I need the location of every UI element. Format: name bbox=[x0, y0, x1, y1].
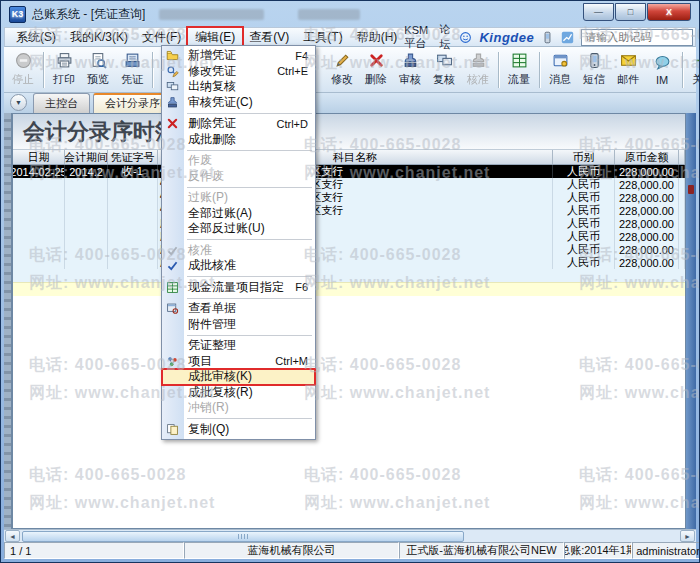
toolbar-label-voucher: 凭证 bbox=[121, 72, 143, 87]
edit-dropdown-menu: 新增凭证F4修改凭证Ctrl+E出纳复核审核凭证(C)删除凭证Ctrl+D成批删… bbox=[161, 45, 316, 440]
menu-item-voucher-arrange[interactable]: 凭证整理 bbox=[162, 338, 315, 354]
table-row[interactable]: 银行存款·人民币存款·中行高新区支行人民币228,000.00 bbox=[13, 178, 685, 191]
column-header-voucher[interactable]: 凭证字号 bbox=[108, 150, 158, 164]
toolbar-button-audit[interactable]: 审核 bbox=[393, 49, 427, 91]
menu-item-approve: 核准 bbox=[162, 243, 315, 259]
close-window-button[interactable]: X bbox=[647, 3, 691, 21]
menu-item-cashier-review[interactable]: 出纳复核 bbox=[162, 79, 315, 95]
toolbar-button-modify[interactable]: 修改 bbox=[325, 49, 359, 91]
table-row[interactable]: 银行存款·人民币存款·中行高新区支行人民币228,000.00 bbox=[13, 191, 685, 204]
menu-item-batch-audit[interactable]: 成批审核(K) bbox=[162, 369, 315, 385]
menubar-items: 系统(S)我的K/3(K)文件(F)编辑(E)查看(V)工具(T)帮助(H) bbox=[9, 28, 404, 47]
ksm-platform-link[interactable]: KSM平台 bbox=[404, 24, 432, 51]
tab-console[interactable]: 主控台 bbox=[33, 93, 90, 113]
menubar-item-tools[interactable]: 工具(T) bbox=[296, 28, 349, 47]
menu-item-batch-review[interactable]: 成批复核(R) bbox=[162, 385, 315, 401]
new-voucher-icon bbox=[162, 48, 183, 63]
table-rows: 2014-02-252014.2收-1银行存款·人民币存款·中行高新区支行人民币… bbox=[13, 165, 685, 269]
menubar-item-system[interactable]: 系统(S) bbox=[9, 28, 63, 47]
menu-item-attachment[interactable]: 附件管理 bbox=[162, 317, 315, 333]
menu-separator bbox=[187, 335, 312, 336]
toolbar-button-voucher[interactable]: 凭证 bbox=[115, 49, 149, 91]
toolbar-button-approve: 核准 bbox=[461, 49, 495, 91]
menubar-item-my-k3[interactable]: 我的K/3(K) bbox=[63, 28, 135, 47]
window-title: 总账系统 - [凭证查询] bbox=[32, 6, 145, 23]
menu-item-unpost-all[interactable]: 全部反过账(U) bbox=[162, 221, 315, 237]
menu-item-label: 成批审核(K) bbox=[183, 368, 315, 385]
smiley-icon[interactable] bbox=[459, 31, 472, 44]
menubar-item-file[interactable]: 文件(F) bbox=[135, 28, 188, 47]
table-row[interactable]: 应收账款/1004萨码人民币228,000.00 bbox=[13, 230, 685, 243]
table-row[interactable]: 应收账款/1004萨码人民币228,000.00 bbox=[13, 243, 685, 256]
menu-item-label: 项目 bbox=[183, 353, 275, 370]
menu-item-batch-delete[interactable]: 成批删除 bbox=[162, 132, 315, 148]
menu-item-delete-voucher[interactable]: 删除凭证Ctrl+D bbox=[162, 116, 315, 132]
scrollbar-thumb[interactable] bbox=[688, 185, 694, 194]
toolbar-button-im[interactable]: IM bbox=[645, 49, 679, 91]
cell-voucher bbox=[108, 178, 158, 191]
vertical-scrollbar[interactable] bbox=[686, 113, 696, 529]
toolbar-button-message[interactable]: 消息 bbox=[543, 49, 577, 91]
cell-period bbox=[65, 217, 108, 230]
menu-item-label: 现金流量项目指定 bbox=[183, 279, 295, 296]
cell-date bbox=[13, 217, 65, 230]
table-row[interactable]: 应收账款/1004萨码人民币228,000.00 bbox=[13, 256, 685, 269]
menu-item-modify-voucher[interactable]: 修改凭证Ctrl+E bbox=[162, 64, 315, 80]
cell-voucher bbox=[108, 204, 158, 217]
scroll-right-arrow[interactable]: ► bbox=[680, 530, 695, 542]
column-header-period[interactable]: 会计期间 bbox=[65, 150, 108, 164]
content-area: ▼ 主控台 会计分录序时簿 会计分录序时簿 日期会计期间凭证字号科目名称币别原币… bbox=[4, 93, 696, 542]
cell-date bbox=[13, 243, 65, 256]
toolbar-button-review[interactable]: 复核 bbox=[427, 49, 461, 91]
menu-item-batch-approve[interactable]: 成批核准 bbox=[162, 258, 315, 274]
menubar-item-view[interactable]: 查看(V) bbox=[242, 28, 296, 47]
mnemonic-search-input[interactable] bbox=[581, 29, 693, 46]
toolbar-label-im: IM bbox=[656, 74, 668, 86]
toolbar: 停止打印预览凭证查找 修改删除审核复核核准流量消息短信邮件IM关闭 bbox=[4, 47, 696, 93]
table-row[interactable]: 应收账款/1004萨码人民币228,000.00 bbox=[13, 217, 685, 230]
cell-filler bbox=[679, 165, 685, 178]
close-icon bbox=[695, 52, 700, 71]
menu-item-post-all[interactable]: 全部过账(A) bbox=[162, 206, 315, 222]
table-row[interactable]: 2014-02-252014.2收-1银行存款·人民币存款·中行高新区支行人民币… bbox=[13, 165, 685, 178]
minimize-button[interactable]: — bbox=[583, 3, 614, 21]
table-row[interactable]: 银行存款·人民币存款·中行高新区支行人民币228,000.00 bbox=[13, 204, 685, 217]
phone-small-icon[interactable] bbox=[541, 31, 554, 44]
toolbar-button-print[interactable]: 打印 bbox=[47, 49, 81, 91]
menu-item-copy[interactable]: 复制(Q) bbox=[162, 422, 315, 438]
cell-filler bbox=[679, 230, 685, 243]
menu-separator bbox=[187, 239, 312, 240]
menu-item-label: 审核凭证(C) bbox=[183, 94, 315, 111]
toolbar-button-mail[interactable]: 邮件 bbox=[611, 49, 645, 91]
horizontal-scrollbar[interactable]: ◄ ► bbox=[4, 529, 696, 542]
menu-item-view-bill[interactable]: 查看单据 bbox=[162, 301, 315, 317]
toolbar-label-message: 消息 bbox=[549, 72, 571, 87]
scroll-left-arrow[interactable]: ◄ bbox=[5, 530, 20, 542]
menu-item-label: 全部过账(A) bbox=[183, 205, 315, 222]
menu-item-new-voucher[interactable]: 新增凭证F4 bbox=[162, 48, 315, 64]
toolbar-separator bbox=[539, 52, 540, 88]
approve-gray-icon bbox=[162, 243, 183, 258]
toolbar-button-flow[interactable]: 流量 bbox=[502, 49, 536, 91]
left-splitter[interactable] bbox=[4, 113, 12, 529]
toolbar-button-close[interactable]: 关闭 bbox=[686, 49, 700, 91]
maximize-button[interactable]: □ bbox=[615, 3, 646, 21]
menubar-item-edit[interactable]: 编辑(E) bbox=[188, 28, 242, 47]
forum-link[interactable]: 论坛 bbox=[439, 22, 452, 52]
menu-item-cashflow-assign[interactable]: 现金流量项目指定F6 bbox=[162, 280, 315, 296]
menu-item-audit-voucher[interactable]: 审核凭证(C) bbox=[162, 95, 315, 111]
toolbar-label-sms: 短信 bbox=[583, 72, 605, 87]
menubar-item-help[interactable]: 帮助(H) bbox=[350, 28, 405, 47]
toolbar-button-sms[interactable]: 短信 bbox=[577, 49, 611, 91]
modify-voucher-icon bbox=[162, 64, 183, 79]
stats-icon[interactable] bbox=[561, 31, 574, 44]
tab-dropdown-button[interactable]: ▼ bbox=[10, 94, 27, 111]
toolbar-button-delete[interactable]: 删除 bbox=[359, 49, 393, 91]
horizontal-scroll-thumb[interactable] bbox=[22, 531, 464, 542]
column-header-amount[interactable]: 原币金额 bbox=[615, 150, 679, 164]
column-header-date[interactable]: 日期 bbox=[13, 150, 65, 164]
column-header-currency[interactable]: 币别 bbox=[553, 150, 615, 164]
menu-item-label: 冲销(R) bbox=[183, 399, 315, 416]
menu-item-project[interactable]: 项目Ctrl+M bbox=[162, 354, 315, 370]
toolbar-button-preview[interactable]: 预览 bbox=[81, 49, 115, 91]
